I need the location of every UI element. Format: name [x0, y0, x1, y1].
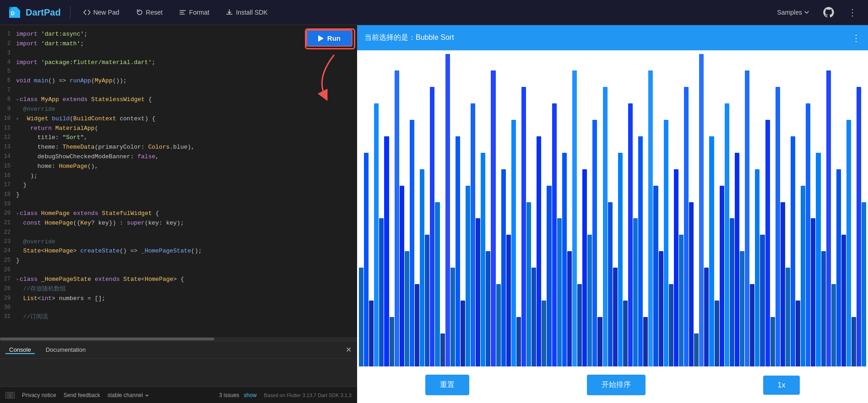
tab-documentation[interactable]: Documentation	[42, 346, 89, 353]
github-icon[interactable]	[822, 6, 835, 19]
line-number: 4	[0, 58, 16, 68]
line-content	[16, 303, 357, 312]
play-icon	[318, 35, 324, 42]
dart-logo-icon: D	[7, 5, 22, 20]
bar	[425, 235, 429, 366]
bar	[796, 301, 800, 366]
code-line: 15 home: HomePage(),	[0, 162, 357, 172]
code-line: 1import 'dart:async';	[0, 30, 357, 39]
output-more-button[interactable]: ⋮	[852, 32, 861, 43]
bar	[633, 218, 638, 366]
bar	[445, 54, 450, 366]
horizontal-scrollbar[interactable]	[0, 337, 357, 341]
output-body	[357, 50, 868, 366]
output-header-text: 当前选择的是：Bubble Sort	[364, 33, 454, 43]
code-line: 24 State<HomePage> createState() => _Hom…	[0, 247, 357, 256]
new-pad-button[interactable]: New Pad	[80, 7, 123, 18]
line-content	[16, 200, 357, 209]
bar	[836, 169, 841, 366]
line-content: debugShowCheckedModeBanner: false,	[16, 152, 357, 162]
new-pad-label: New Pad	[93, 9, 119, 16]
line-number: 6	[0, 76, 16, 86]
bar	[506, 235, 511, 366]
bar	[613, 268, 618, 366]
console-close-button[interactable]: ✕	[346, 345, 352, 354]
bar	[831, 284, 836, 366]
line-content: const HomePage({Key? key}) : super(key: …	[16, 219, 357, 228]
send-feedback[interactable]: Send feedback	[64, 392, 100, 398]
privacy-notice[interactable]: Privacy notice	[22, 392, 56, 398]
code-line: 11 return MaterialApp(	[0, 124, 357, 134]
line-number: 8	[0, 95, 16, 105]
line-number: 2	[0, 39, 16, 49]
bar	[765, 120, 770, 366]
bar	[511, 120, 516, 366]
run-button[interactable]: Run	[306, 30, 353, 47]
reset-button[interactable]: Reset	[132, 7, 167, 18]
code-line: 22	[0, 228, 357, 237]
line-content	[16, 228, 357, 237]
line-content: ▾class MyApp extends StatelessWidget {	[16, 95, 357, 105]
bar	[415, 284, 419, 366]
line-number: 21	[0, 219, 16, 228]
line-content	[16, 86, 357, 95]
line-content: @override	[16, 105, 357, 114]
line-number: 29	[0, 294, 16, 304]
format-icon	[179, 9, 186, 16]
tab-console[interactable]: Console	[5, 346, 35, 354]
code-line: 31 //订阅流	[0, 312, 357, 322]
bar	[852, 317, 856, 366]
bar	[587, 235, 592, 366]
flutter-info: Based on Flutter 3.13.7 Dart SDK 3.1.3	[264, 392, 352, 398]
code-line: 25}	[0, 256, 357, 266]
bar	[567, 251, 572, 366]
bar	[740, 251, 744, 366]
install-sdk-button[interactable]: Install SDK	[222, 7, 271, 18]
line-number: 16	[0, 172, 16, 181]
bar	[410, 120, 414, 366]
line-number: 27	[0, 275, 16, 285]
line-content: import 'package:flutter/material.dart';	[16, 58, 357, 68]
more-options-button[interactable]: ⋮	[844, 5, 861, 20]
code-editor[interactable]: 1import 'dart:async';2import 'dart:math'…	[0, 25, 357, 337]
line-content	[16, 49, 357, 58]
code-line: 12 title: "Sort",	[0, 133, 357, 143]
code-line: 13 theme: ThemeData(primaryColor: Colors…	[0, 143, 357, 152]
bar	[776, 87, 780, 366]
code-icon	[83, 9, 91, 16]
install-sdk-label: Install SDK	[236, 9, 267, 16]
samples-button[interactable]: Samples	[774, 7, 813, 18]
line-content	[16, 266, 357, 275]
bar	[379, 218, 384, 366]
bar	[821, 251, 826, 366]
bar	[547, 186, 551, 366]
bar	[720, 186, 724, 366]
bar	[592, 120, 597, 366]
bar	[730, 218, 734, 366]
reset-output-button[interactable]: 重置	[425, 375, 469, 395]
bar	[750, 284, 754, 366]
line-number: 24	[0, 247, 16, 256]
code-line: 3	[0, 49, 357, 58]
bar	[374, 103, 379, 366]
line-number: 15	[0, 162, 16, 172]
keyboard-icon	[5, 392, 15, 398]
code-line: 30	[0, 303, 357, 312]
issues-show[interactable]: show	[244, 392, 257, 398]
sort-button[interactable]: 开始排序	[587, 375, 646, 395]
bar	[709, 136, 714, 366]
speed-button[interactable]: 1x	[763, 376, 800, 395]
line-number: 26	[0, 266, 16, 275]
channel-label: stable channel	[108, 392, 143, 398]
bar	[781, 202, 785, 366]
format-button[interactable]: Format	[175, 7, 213, 18]
console-body	[0, 359, 357, 387]
bar	[689, 202, 694, 366]
channel-selector[interactable]: stable channel	[108, 392, 149, 398]
bar	[359, 268, 363, 366]
line-number: 10	[0, 114, 16, 124]
bar	[857, 87, 861, 366]
download-icon	[226, 9, 233, 16]
code-line: 5	[0, 67, 357, 76]
code-line: 28 //存放随机数组	[0, 285, 357, 294]
